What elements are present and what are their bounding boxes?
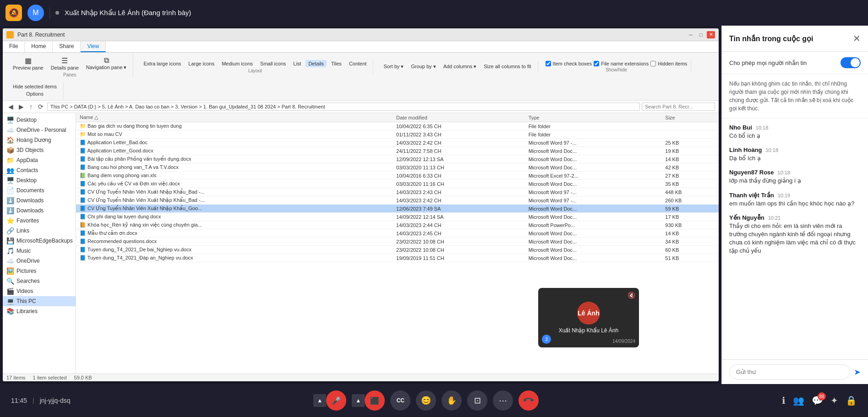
fe-sidebar-item-thispc[interactable]: 💻 This PC	[3, 296, 76, 306]
fe-list-btn[interactable]: List	[290, 60, 304, 67]
fe-tiles-btn[interactable]: Tiles	[328, 60, 344, 67]
fe-content-btn[interactable]: Content	[346, 60, 370, 67]
more-button[interactable]: ⋯	[493, 390, 513, 411]
table-row[interactable]: 📘 Chi phi dang tai tuyen dung.docx 14/09…	[76, 213, 719, 221]
table-row[interactable]: 📘 Các yêu cầu về CV và Đơn xin việc.docx…	[76, 180, 719, 188]
fe-sidebar-item-downloads2[interactable]: ⬇️ Downloads	[3, 206, 76, 216]
chat-icon-btn[interactable]: 💬 88	[812, 395, 823, 406]
fe-sidebar-item-desktop[interactable]: 🖥️ Desktop	[3, 115, 76, 125]
fe-sidebar-item-searches[interactable]: 🔍 Searches	[3, 276, 76, 286]
fe-refresh-btn[interactable]: ⟳	[36, 102, 45, 111]
table-row[interactable]: 📘 Bang cau hoi phong van_T.A va T.V.docx…	[76, 163, 719, 172]
fe-preview-pane-btn[interactable]: ▦ Preview pane	[10, 55, 46, 71]
mic-mute-button[interactable]: 🎤	[326, 390, 346, 411]
file-size: 448 KB	[661, 188, 719, 196]
fe-sidebar-item-hoangduong[interactable]: 🏠 Hoàng Dương	[3, 135, 76, 145]
fe-sidebar-item-onedrive[interactable]: ☁️ OneDrive - Personal	[3, 125, 76, 135]
col-type[interactable]: Type	[525, 113, 662, 122]
table-row[interactable]: 📙 Khóa học_Rèn kỹ năng xin việc cùng chu…	[76, 221, 719, 229]
fe-sidebar-item-libraries[interactable]: 📚 Libraries	[3, 306, 76, 316]
fe-tab-view[interactable]: View	[81, 41, 106, 52]
lock-icon-btn[interactable]: 🔒	[846, 395, 857, 406]
raise-hand-button[interactable]: ✋	[442, 390, 462, 411]
fe-groupby-btn[interactable]: Group by ▾	[408, 63, 438, 70]
emoji-button[interactable]: 😊	[416, 390, 436, 411]
fe-sidebar-item-3d[interactable]: 📦 3D Objects	[3, 145, 76, 155]
left-area: Part 8. Recruitment ─ □ ✕ File Home Shar…	[0, 26, 721, 384]
hidden-items-input[interactable]	[650, 61, 656, 66]
fe-close-btn[interactable]: ✕	[707, 31, 715, 38]
table-row[interactable]: 📁 Mot so mau CV 01/11/2022 3:43 CH File …	[76, 130, 719, 139]
chat-input[interactable]	[729, 364, 850, 379]
fe-sidebar-item-contacts[interactable]: 👥 Contacts	[3, 165, 76, 175]
table-row[interactable]: 📘 Tuyen dung_T4_2021_Đáp an_Nghiep vu.do…	[76, 254, 719, 262]
chat-close-button[interactable]: ✕	[853, 33, 861, 44]
fe-address-input[interactable]	[47, 103, 640, 111]
fe-minimize-btn[interactable]: ─	[687, 31, 695, 38]
fe-details-pane-btn[interactable]: ☰ Details pane	[48, 55, 82, 71]
table-row[interactable]: 📘 Mẫu thư cảm ơn.docx 14/03/2023 2:45 CH…	[76, 229, 719, 238]
fe-sidebar-item-downloads[interactable]: ⬇️ Downloads	[3, 195, 76, 206]
fe-forward-btn[interactable]: ▶	[17, 102, 26, 111]
fe-item-checkboxes[interactable]: Item check boxes	[546, 61, 592, 66]
fe-extralarge-btn[interactable]: Extra large icons	[141, 60, 184, 67]
activities-icon-btn[interactable]: ✦	[830, 395, 838, 406]
table-row[interactable]: 📗 Bang diem vong phong van.xls 10/04/201…	[76, 172, 719, 180]
fe-tab-home[interactable]: Home	[25, 41, 53, 52]
fe-options-btn[interactable]: Options	[23, 90, 46, 97]
people-icon-btn[interactable]: 👥	[793, 395, 804, 406]
fe-maximize-btn[interactable]: □	[697, 31, 705, 38]
chat-allow-toggle[interactable]	[841, 57, 861, 68]
chat-send-button[interactable]: ➤	[854, 367, 861, 377]
col-name[interactable]: Name △	[76, 113, 393, 122]
col-date[interactable]: Date modified	[393, 113, 525, 122]
fe-sizeallcols-btn[interactable]: Size all columns to fit	[481, 63, 534, 70]
fe-file-extensions[interactable]: File name extensions	[594, 61, 649, 66]
fe-large-btn[interactable]: Large icons	[186, 60, 217, 67]
fe-search-input[interactable]	[642, 103, 715, 111]
table-row[interactable]: 📘 Application Letter_Bad.doc 14/03/2022 …	[76, 139, 719, 147]
file-extensions-input[interactable]	[594, 61, 599, 66]
fe-sidebar-item-desktop2[interactable]: 🖥️ Desktop	[3, 175, 76, 185]
fe-sidebar-item-msedge[interactable]: 💾 MicrosoftEdgeBackups	[3, 236, 76, 246]
fe-addcols-btn[interactable]: Add columns ▾	[441, 63, 480, 70]
fe-small-btn[interactable]: Small icons	[257, 60, 289, 67]
fe-sidebar-item-appdata[interactable]: 📁 AppData	[3, 155, 76, 165]
table-row[interactable]: 📘 CV Ứng Tuyển Nhân Viên Xuất Nhập Khẩu_…	[76, 196, 719, 205]
fe-hide-selected-btn[interactable]: Hide selected items	[10, 83, 60, 90]
fe-nav-pane-btn[interactable]: ⧉ Navigation pane ▾	[83, 55, 130, 71]
end-call-button[interactable]: 📞	[514, 386, 543, 415]
fe-sidebar-item-documents[interactable]: 📄 Documents	[3, 185, 76, 195]
table-row[interactable]: 📘 CV Ứng Tuyển Nhân Viên Xuất Nhập Khẩu_…	[76, 188, 719, 196]
col-size[interactable]: Size	[661, 113, 719, 122]
fe-sidebar-item-onedrive2[interactable]: ☁️ OneDrive	[3, 256, 76, 266]
chat-msg-text: Có bổ ích ạ	[729, 132, 861, 140]
table-row[interactable]: 📘 CV Ứng Tuyển Nhân Viên Xuất Nhập Khẩu_…	[76, 205, 719, 213]
fe-sidebar-item-music[interactable]: 🎵 Music	[3, 246, 76, 256]
item-checkboxes-input[interactable]	[546, 61, 551, 66]
table-row[interactable]: 📘 Bài tập câu phân Phỏng vấn tuyển dụng.…	[76, 155, 719, 163]
table-row[interactable]: 📘 Recommended questions.docx 23/02/2022 …	[76, 238, 719, 246]
fe-tab-share[interactable]: Share	[53, 41, 81, 52]
fe-details-btn[interactable]: Details	[306, 60, 327, 67]
fe-back-btn[interactable]: ◀	[6, 102, 15, 111]
table-row[interactable]: 📘 Tuyen dung_T4_2021_De bai_Nghiep vu.do…	[76, 246, 719, 254]
chevron-up-btn[interactable]: ▲	[313, 394, 326, 407]
fe-up-btn[interactable]: ↑	[27, 102, 34, 111]
captions-button[interactable]: CC	[390, 390, 410, 411]
fe-tab-file[interactable]: File	[3, 41, 25, 52]
table-row[interactable]: 📁 Bao gia dich vu dang thong tin tuyen d…	[76, 122, 719, 130]
info-icon-btn[interactable]: ℹ	[782, 395, 786, 406]
fe-sortby-btn[interactable]: Sort by ▾	[381, 63, 406, 70]
fe-sidebar-item-favorites[interactable]: ⭐ Favorites	[3, 216, 76, 226]
background-button[interactable]: ⊡	[467, 390, 487, 411]
fe-hidden-items[interactable]: Hidden items	[650, 61, 687, 66]
fe-sidebar-item-videos[interactable]: 🎬 Videos	[3, 286, 76, 296]
fe-medium-btn[interactable]: Medium icons	[219, 60, 256, 67]
chevron-up2-btn[interactable]: ▲	[352, 394, 365, 407]
fe-sidebar-item-links[interactable]: 🔗 Links	[3, 226, 76, 236]
screen-share-off-button[interactable]: ⬛	[365, 390, 385, 411]
file-size: 27 KB	[661, 172, 719, 180]
table-row[interactable]: 📘 Application Letter_Good.docx 24/11/202…	[76, 147, 719, 155]
fe-sidebar-item-pictures[interactable]: 🖼️ Pictures	[3, 266, 76, 276]
